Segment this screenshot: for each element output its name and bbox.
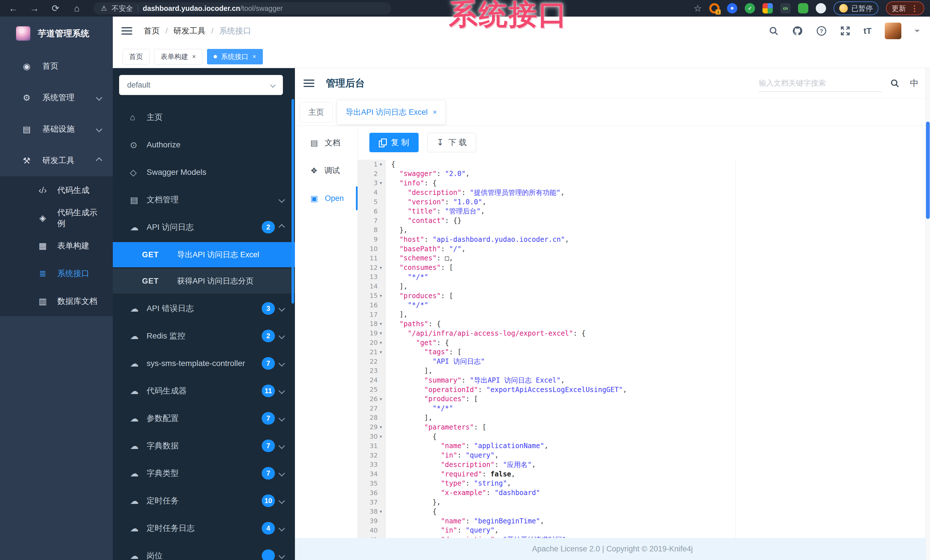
fold-toggle-icon[interactable]: ▾ [378,509,384,514]
api-sidebar-item[interactable]: ☁字典数据7 [113,432,295,460]
fold-toggle-icon[interactable]: ▾ [378,162,384,167]
fold-toggle-icon[interactable]: ▾ [378,321,384,327]
code-token: "/" [449,245,461,253]
fold-toggle-icon[interactable]: ▾ [378,330,384,336]
doc-nav-item-调试[interactable]: ❖调试 [295,158,358,183]
doc-nav-item-open[interactable]: ▣Open [295,186,358,211]
fold-toggle-icon[interactable]: ▾ [378,434,384,439]
api-group-select[interactable]: default [119,75,283,95]
close-tag-icon[interactable]: × [253,53,256,60]
doc-tab[interactable]: 导出API 访问日志 Excel× [337,100,446,124]
api-sidebar-item[interactable]: ⊙Authorize [113,131,295,158]
code-line: 11 "schemes": □, [358,253,930,263]
api-endpoint-item[interactable]: GET导出API 访问日志 Excel [113,242,295,267]
doc-nav-item-文档[interactable]: ▤文档 [295,130,358,156]
browser-back-icon[interactable]: ← [8,3,19,14]
language-toggle[interactable]: 中 [910,78,919,89]
api-sidebar-item[interactable]: ☁岗位 [113,542,295,560]
browser-reload-icon[interactable]: ⟳ [50,3,61,14]
view-tag[interactable]: 系统接口× [207,49,263,64]
extension-icon[interactable] [762,3,773,14]
code-text: "type": "string", [385,479,511,487]
fold-toggle-icon[interactable]: ▾ [378,340,384,345]
extension-icon[interactable] [727,3,737,14]
api-sidebar-item[interactable]: ◇Swagger Models [113,158,295,186]
browser-home-icon[interactable]: ⌂ [71,3,82,14]
extension-icon[interactable]: cn [780,3,791,14]
app-logo[interactable]: 芋道管理系统 [0,17,113,51]
view-tag[interactable]: 首页 [123,49,149,64]
fold-toggle-icon[interactable]: ▾ [378,293,384,298]
count-badge: 2 [262,330,275,342]
sidebar-item-dashboard[interactable]: ◉首页 [0,51,113,82]
api-sidebar-item[interactable]: ☁Redis 监控2 [113,322,295,350]
close-tab-icon[interactable]: × [433,108,437,116]
close-tag-icon[interactable]: × [192,53,196,60]
collapse-doc-nav-icon[interactable] [303,80,314,87]
help-icon[interactable]: ? [816,26,827,36]
github-icon[interactable] [792,26,803,36]
fold-toggle-icon[interactable]: ▾ [378,350,384,355]
sidebar-item-monitor[interactable]: ▤基础设施 [0,113,113,145]
font-size-icon[interactable]: tT [864,26,871,36]
code-text: "produces": [ [385,292,453,300]
main-scrollbar-thumb[interactable] [926,121,930,219]
sidebar-item-shield[interactable]: ◈代码生成示例 [0,204,113,232]
doc-tab[interactable]: 主页 [300,102,333,123]
api-sidebar-item[interactable]: ☁API 错误日志3 [113,295,295,322]
fold-toggle-icon[interactable]: ▾ [378,424,384,430]
api-sidebar-item[interactable]: ☁字典类型7 [113,460,295,487]
update-button[interactable]: 更新 ⋮ [886,2,924,15]
main-scrollbar[interactable] [925,68,930,560]
security-label[interactable]: 不安全 [112,4,133,13]
fold-toggle-icon[interactable]: ▾ [378,265,384,270]
api-sidebar-item[interactable]: ▤文档管理 [113,186,295,213]
fold-toggle-icon[interactable]: ▾ [378,396,384,402]
api-sidebar-item[interactable]: ☁参数配置7 [113,405,295,432]
fold-toggle-icon[interactable]: ▾ [378,180,384,186]
code-line: 4 "description": "提供管理员管理的所有功能", [358,188,930,197]
api-sidebar-item[interactable]: ☁API 访问日志2 [113,213,295,241]
sidebar-item-form[interactable]: ▦表单构建 [0,232,113,259]
browser-menu-icon[interactable]: ⋮ [910,4,919,13]
search-icon[interactable] [768,26,779,36]
bookmark-star-icon[interactable]: ☆ [693,3,702,14]
fullscreen-icon[interactable] [840,26,850,36]
extension-icon[interactable]: 1 [709,3,719,14]
sidebar-item-code[interactable]: ‹/›代码生成 [0,176,113,204]
doc-search-input[interactable]: 输入文档关键字搜索 [759,75,882,92]
api-sidebar-item[interactable]: ☁代码生成器11 [113,377,295,405]
download-button[interactable]: ↧ 下 载 [427,133,476,152]
sidebar-item-tools[interactable]: ⚒研发工具 [0,145,113,176]
copy-button[interactable]: 复 制 [370,133,419,152]
security-warning-icon: ⚠ [101,4,107,12]
extension-icon[interactable]: ✓ [745,3,755,14]
breadcrumb-item[interactable]: 首页 [144,26,160,36]
code-token: "name" [391,442,466,450]
table-icon: ▥ [37,296,48,306]
api-sidebar-item[interactable]: ⌂主页 [113,104,295,131]
address-bar[interactable]: ⚠ 不安全 dashboard.yudao.iocoder.cn/tool/sw… [93,2,391,14]
api-endpoint-item[interactable]: GET获得API 访问日志分页 [113,268,295,294]
api-sidebar-scrollbar-thumb[interactable] [291,99,294,304]
code-editor[interactable]: 1▾{2 "swagger": "2.0",3▾ "info": {4 "des… [358,160,930,538]
api-sidebar-item[interactable]: ☁sys-sms-template-controller7 [113,350,295,377]
view-tag[interactable]: 表单构建× [154,49,202,64]
avatar-caret-icon[interactable] [915,30,920,35]
browser-forward-icon[interactable]: → [29,3,40,14]
paused-button[interactable]: 已暂停 [833,2,878,15]
api-sidebar-item[interactable]: ☁定时任务日志4 [113,514,295,542]
doc-search-icon[interactable] [890,78,900,88]
breadcrumb-item[interactable]: 研发工具 [174,26,206,36]
extension-icon[interactable] [816,3,826,14]
line-number: 26 [370,396,378,403]
api-menu: ⌂主页⊙Authorize◇Swagger Models▤文档管理☁API 访问… [113,104,295,560]
chevron-down-icon [279,360,285,367]
sidebar-item-api[interactable]: ≣系统接口 [0,259,113,287]
collapse-sidebar-icon[interactable] [122,27,132,35]
api-sidebar-item[interactable]: ☁定时任务10 [113,487,295,514]
extension-icon[interactable] [798,3,808,14]
sidebar-item-gear[interactable]: ⚙系统管理 [0,82,113,113]
user-avatar[interactable] [885,23,901,39]
sidebar-item-table[interactable]: ▥数据库文档 [0,287,113,315]
